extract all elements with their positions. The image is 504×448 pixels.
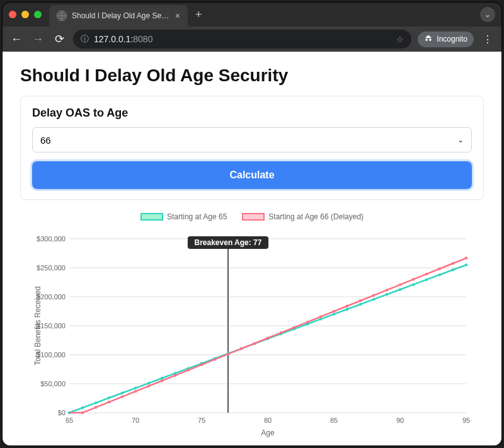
svg-point-64 (280, 331, 282, 334)
svg-text:$0: $0 (58, 409, 66, 416)
globe-icon (57, 11, 67, 21)
svg-point-23 (134, 387, 137, 389)
svg-text:Age: Age (261, 428, 275, 437)
delay-age-select[interactable]: 66 ⌄ (32, 127, 472, 152)
svg-text:65: 65 (66, 416, 73, 424)
svg-point-21 (108, 396, 110, 399)
incognito-badge[interactable]: Incognito (418, 32, 474, 47)
svg-point-44 (412, 283, 415, 285)
svg-point-56 (174, 374, 176, 377)
form-label: Delay OAS to Age (32, 106, 472, 120)
chevron-down-icon: ⌄ (457, 135, 464, 144)
svg-point-66 (306, 321, 309, 323)
svg-text:85: 85 (330, 416, 338, 424)
svg-point-52 (121, 395, 123, 398)
svg-point-76 (438, 267, 441, 270)
address-bar[interactable]: ⓘ 127.0.0.1:8080 ☆ (73, 30, 411, 49)
svg-point-24 (147, 382, 150, 384)
incognito-label: Incognito (437, 35, 467, 43)
maximize-window-button[interactable] (34, 11, 42, 18)
svg-point-50 (94, 406, 97, 408)
tab-title: Should I Delay Old Age Secur (72, 11, 170, 20)
svg-text:Breakeven Age: 77: Breakeven Age: 77 (195, 238, 262, 247)
svg-point-58 (200, 364, 203, 366)
svg-text:90: 90 (396, 416, 404, 424)
legend-label-b: Starting at Age 66 (Delayed) (268, 212, 364, 221)
forward-button[interactable]: → (30, 33, 45, 46)
legend-swatch-b (242, 213, 265, 221)
svg-point-60 (227, 353, 229, 355)
svg-point-20 (94, 401, 97, 404)
svg-point-77 (452, 262, 454, 265)
svg-point-55 (161, 379, 163, 382)
svg-point-72 (386, 289, 388, 291)
svg-point-38 (333, 313, 335, 315)
svg-point-42 (386, 293, 388, 296)
incognito-icon (424, 34, 433, 45)
select-value: 66 (40, 135, 51, 146)
svg-text:70: 70 (132, 416, 139, 424)
tabs-dropdown-button[interactable]: ⌄ (480, 7, 495, 22)
legend-swatch-a (140, 213, 163, 221)
browser-toolbar: ← → ⟳ ⓘ 127.0.0.1:8080 ☆ Incognito ⋮ (3, 26, 501, 52)
site-info-icon[interactable]: ⓘ (81, 33, 89, 45)
page-title: Should I Delay Old Age Security (20, 66, 484, 86)
close-tab-button[interactable]: × (175, 11, 180, 21)
svg-text:Total Benefits Received: Total Benefits Received (33, 286, 42, 365)
legend-item-series-b[interactable]: Starting at Age 66 (Delayed) (242, 212, 364, 221)
svg-point-61 (240, 347, 243, 350)
bookmark-star-icon[interactable]: ☆ (396, 35, 404, 44)
svg-point-68 (333, 310, 335, 313)
window-controls (9, 11, 42, 18)
svg-text:$250,000: $250,000 (37, 264, 66, 272)
svg-point-22 (121, 392, 123, 394)
svg-point-53 (134, 390, 137, 393)
svg-point-48 (465, 263, 467, 266)
svg-point-74 (412, 278, 415, 280)
svg-point-63 (266, 336, 269, 339)
back-button[interactable]: ← (9, 33, 24, 46)
svg-point-73 (399, 284, 401, 286)
legend-label-a: Starting at Age 65 (167, 212, 227, 221)
close-window-button[interactable] (9, 11, 16, 18)
svg-point-25 (161, 377, 163, 379)
svg-point-49 (81, 411, 84, 414)
svg-point-62 (253, 342, 256, 345)
form-card: Delay OAS to Age 66 ⌄ Calculate (20, 96, 484, 200)
minimize-window-button[interactable] (21, 11, 29, 18)
window-titlebar: Should I Delay Old Age Secur × + ⌄ (3, 3, 501, 26)
svg-text:75: 75 (198, 416, 205, 424)
svg-point-45 (425, 279, 428, 281)
svg-point-51 (108, 401, 110, 403)
svg-point-54 (147, 384, 150, 387)
svg-text:$300,000: $300,000 (37, 235, 66, 243)
svg-point-57 (187, 369, 190, 371)
svg-point-37 (319, 318, 322, 320)
svg-point-70 (359, 299, 362, 302)
svg-point-43 (399, 288, 401, 290)
reload-button[interactable]: ⟳ (52, 32, 67, 46)
svg-point-19 (81, 406, 84, 409)
svg-point-47 (452, 268, 454, 271)
line-chart: $0$50,000$100,000$150,000$200,000$250,00… (32, 224, 472, 438)
svg-point-75 (425, 273, 428, 275)
svg-point-69 (346, 305, 348, 307)
svg-point-59 (214, 358, 216, 360)
svg-text:95: 95 (462, 416, 470, 424)
chart-legend: Starting at Age 65 Starting at Age 66 (D… (32, 212, 472, 221)
browser-tab[interactable]: Should I Delay Old Age Secur × (49, 5, 188, 26)
url-text: 127.0.0.1:8080 (94, 34, 391, 44)
svg-point-46 (438, 273, 441, 276)
svg-point-65 (293, 326, 295, 328)
svg-point-39 (346, 308, 348, 311)
new-tab-button[interactable]: + (188, 8, 210, 21)
browser-menu-button[interactable]: ⋮ (480, 33, 495, 45)
svg-point-71 (372, 294, 375, 297)
svg-text:80: 80 (264, 416, 272, 424)
calculate-button[interactable]: Calculate (32, 161, 472, 189)
page-viewport: Should I Delay Old Age Security Delay OA… (3, 52, 501, 445)
chart-container: Starting at Age 65 Starting at Age 66 (D… (32, 212, 472, 440)
svg-point-78 (465, 256, 467, 259)
svg-point-67 (319, 315, 322, 318)
legend-item-series-a[interactable]: Starting at Age 65 (140, 212, 227, 221)
